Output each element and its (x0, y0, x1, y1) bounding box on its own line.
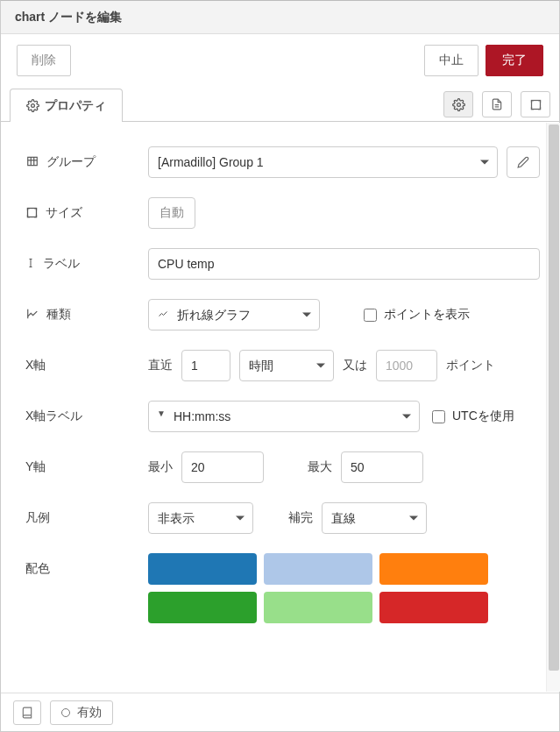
interp-select[interactable]: 直線 (322, 502, 427, 534)
book-icon (21, 707, 33, 719)
document-icon (491, 97, 503, 111)
label-legend: 凡例 (25, 502, 139, 532)
yaxis-min-input[interactable] (181, 451, 264, 483)
row-label: ラベル (25, 248, 540, 280)
label-type: 種類 (25, 299, 139, 329)
chart-line-icon (157, 309, 169, 319)
svg-rect-4 (531, 100, 540, 109)
label-size: サイズ (25, 197, 139, 227)
label-legend-text: 凡例 (25, 502, 50, 532)
row-size: サイズ 自動 (25, 197, 540, 229)
xaxis-unit-select[interactable]: 時間 (239, 350, 334, 381)
size-value: 自動 (159, 205, 184, 221)
color-swatch-0[interactable] (148, 553, 257, 585)
color-swatch-2[interactable] (379, 553, 488, 585)
expand-icon (529, 98, 542, 111)
svg-point-0 (32, 104, 35, 108)
utc-checkbox-wrap[interactable]: UTCを使用 (432, 401, 514, 432)
svg-point-1 (457, 103, 460, 106)
xaxis-or-label: 又は (343, 350, 367, 381)
svg-rect-5 (28, 157, 38, 165)
label-yaxis-text: Y軸 (25, 451, 46, 481)
gear-icon (26, 99, 39, 112)
docs-button[interactable] (13, 700, 41, 725)
expand-icon (25, 206, 39, 219)
settings-icon-button[interactable] (443, 91, 473, 117)
tab-properties-label: プロパティ (45, 98, 106, 114)
footer: 有効 (1, 693, 559, 731)
enabled-label: 有効 (77, 705, 102, 721)
scrollbar-thumb[interactable] (549, 124, 559, 671)
table-icon (25, 155, 39, 167)
utc-checkbox[interactable] (432, 410, 445, 423)
enabled-toggle[interactable]: 有効 (50, 700, 113, 725)
xlabel-format-select[interactable]: HH:mm:ss (148, 401, 420, 432)
svg-rect-9 (28, 208, 37, 217)
color-swatch-4[interactable] (264, 592, 372, 623)
edit-group-button[interactable] (507, 146, 540, 178)
yaxis-min-label: 最小 (148, 451, 173, 483)
cancel-button[interactable]: 中止 (424, 45, 478, 76)
scrollbar-track[interactable] (546, 123, 560, 692)
window-title: chart ノードを編集 (1, 1, 559, 34)
label-type-text: 種類 (46, 299, 71, 329)
label-label: ラベル (25, 248, 139, 278)
circle-icon (61, 708, 70, 717)
pencil-icon (517, 156, 529, 168)
appearance-icon-button[interactable] (521, 91, 550, 117)
form-area: グループ [Armadillo] Group 1 サイズ 自動 (1, 122, 559, 693)
row-legend: 凡例 非表示 補完 直線 (25, 502, 540, 534)
tab-bar: プロパティ (1, 87, 559, 122)
text-cursor-icon (25, 256, 36, 270)
label-group-text: グループ (46, 146, 96, 176)
label-group: グループ (25, 146, 139, 176)
color-swatch-1[interactable] (264, 553, 372, 585)
description-icon-button[interactable] (482, 91, 512, 117)
done-button[interactable]: 完了 (486, 45, 543, 76)
label-xaxis-text: X軸 (25, 355, 46, 374)
legend-select[interactable]: 非表示 (148, 502, 253, 534)
window-title-text: chart ノードを編集 (15, 10, 122, 25)
xaxis-num-input[interactable] (181, 350, 230, 381)
size-button[interactable]: 自動 (148, 197, 195, 229)
gear-icon (452, 98, 465, 111)
label-colors-text: 配色 (25, 553, 50, 583)
row-colors: 配色 (25, 553, 540, 623)
label-label-text: ラベル (43, 248, 80, 278)
show-points-checkbox[interactable] (364, 309, 377, 322)
label-colors: 配色 (25, 553, 139, 583)
color-swatch-5[interactable] (379, 592, 488, 623)
color-swatch-3[interactable] (148, 592, 257, 623)
caret-down-icon: ▼ (157, 409, 166, 418)
show-points-label: ポイントを表示 (384, 307, 470, 323)
xaxis-points-input[interactable] (376, 350, 437, 381)
label-input[interactable] (148, 248, 540, 280)
label-size-text: サイズ (46, 197, 82, 227)
action-bar: 削除 中止 完了 (1, 34, 559, 87)
chart-line-icon (25, 308, 39, 320)
row-xaxis: X軸 直近 時間 又は ポイント (25, 350, 540, 381)
utc-label: UTCを使用 (452, 409, 514, 424)
xaxis-points-suffix: ポイント (446, 350, 495, 381)
row-group: グループ [Armadillo] Group 1 (25, 146, 540, 178)
group-select[interactable]: [Armadillo] Group 1 (148, 146, 498, 178)
delete-button[interactable]: 削除 (17, 45, 71, 76)
label-xlabel-text: X軸ラベル (25, 406, 82, 425)
yaxis-max-input[interactable] (341, 451, 423, 483)
label-xlabel: X軸ラベル (25, 401, 139, 425)
interp-label: 補完 (288, 502, 313, 534)
row-xlabel: X軸ラベル HH:mm:ss ▼ UTCを使用 (25, 401, 540, 432)
xaxis-recent-label: 直近 (148, 350, 173, 381)
color-grid (148, 553, 507, 623)
row-type: 種類 折れ線グラフ ポイントを表示 (25, 299, 540, 330)
type-select[interactable]: 折れ線グラフ (148, 299, 320, 330)
label-yaxis: Y軸 (25, 451, 139, 481)
yaxis-max-label: 最大 (308, 451, 332, 483)
show-points-checkbox-wrap[interactable]: ポイントを表示 (364, 299, 470, 330)
tab-properties[interactable]: プロパティ (10, 89, 123, 122)
row-yaxis: Y軸 最小 最大 (25, 451, 540, 483)
label-xaxis: X軸 (25, 350, 139, 374)
